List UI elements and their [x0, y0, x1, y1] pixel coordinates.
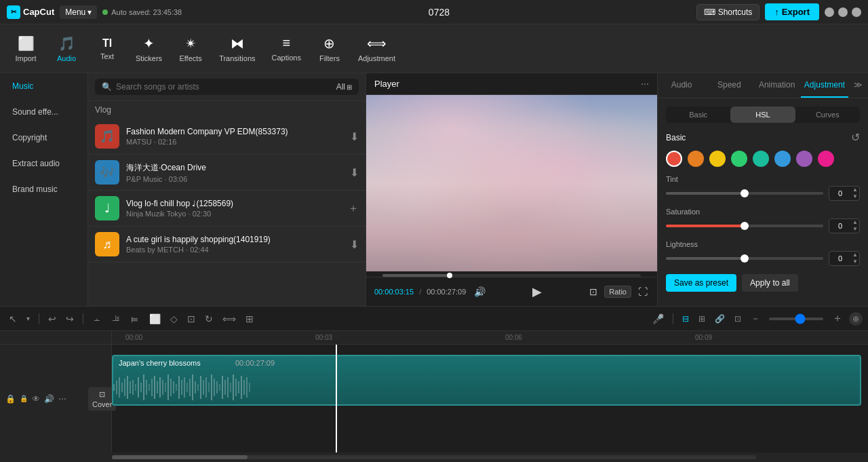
download-icon-4[interactable]: ⬇ — [350, 238, 359, 251]
shortcuts-button[interactable]: ⌨ Shortcuts — [696, 4, 760, 20]
tool-import[interactable]: ⬜ Import — [7, 31, 45, 66]
fullscreen-button[interactable]: ⛶ — [637, 285, 649, 299]
redo-button[interactable]: ↪ — [62, 311, 77, 326]
lightness-slider-track[interactable] — [666, 257, 823, 260]
maximize-button[interactable] — [838, 7, 848, 17]
save-preset-button[interactable]: Save as preset — [666, 274, 736, 292]
tool-stickers[interactable]: ✦ Stickers — [129, 31, 169, 66]
tint-slider-track[interactable] — [666, 192, 823, 195]
section-title: Basic ↺ — [666, 131, 860, 144]
tool-audio[interactable]: 🎵 Audio — [47, 31, 85, 66]
undo-button[interactable]: ↩ — [45, 311, 60, 326]
saturation-slider-thumb[interactable] — [741, 222, 749, 230]
tool-captions[interactable]: ≡ Captions — [265, 31, 308, 66]
lightness-increment[interactable]: ▲ — [851, 252, 859, 258]
music-title-3: Vlog lo-fi chill hop ♩(1258569) — [126, 199, 341, 208]
rotate-button[interactable]: ↻ — [201, 311, 216, 326]
select-tool-button[interactable]: ↖ — [5, 311, 20, 326]
list-item[interactable]: 🎵 Fashion Modern Company VP EDM(853373) … — [88, 119, 366, 155]
tab-speed[interactable]: Speed — [705, 73, 753, 98]
track-visibility-button[interactable]: 👁 — [32, 394, 40, 404]
split-left-button[interactable]: ⫢ — [127, 311, 143, 326]
timeline-scrollbar-thumb[interactable] — [112, 455, 248, 459]
auto-reframe-button[interactable]: ⊞ — [695, 312, 709, 326]
swatch-red[interactable] — [666, 151, 682, 167]
track-lock2-button[interactable]: 🔒 — [20, 395, 28, 402]
fit-timeline-button[interactable]: ⊕ — [849, 312, 863, 326]
zoom-slider[interactable] — [769, 317, 823, 320]
add-icon-3[interactable]: ＋ — [348, 201, 359, 216]
sidebar-item-brand-music[interactable]: Brand music — [3, 178, 85, 201]
collapse-panel-button[interactable]: ≫ — [848, 73, 868, 98]
swatch-pink[interactable] — [818, 151, 834, 167]
saturation-increment[interactable]: ▲ — [851, 219, 859, 226]
reset-button[interactable]: ↺ — [851, 131, 860, 144]
zoom-in-button[interactable]: ＋ — [829, 309, 846, 328]
swatch-blue[interactable] — [774, 151, 791, 167]
fit-screen-button[interactable]: ⊡ — [588, 285, 599, 299]
lightness-slider-thumb[interactable] — [741, 254, 749, 263]
subtab-hsl[interactable]: HSL — [730, 107, 795, 123]
transform-button[interactable]: ⊞ — [242, 311, 257, 326]
main-track-button[interactable]: ⊟ — [679, 312, 692, 326]
list-item[interactable]: 🎶 海洋大道·Ocean Drive P&P Music · 03:06 ⬇ — [88, 155, 366, 191]
zoom-out-button[interactable]: － — [747, 311, 764, 327]
track-volume-button[interactable]: 🔊 — [44, 394, 54, 404]
play-button[interactable]: ▶ — [531, 283, 543, 301]
saturation-slider-track[interactable] — [666, 225, 823, 227]
tool-transitions[interactable]: ⧓ Transitions — [212, 31, 262, 66]
list-item[interactable]: ♬ A cute girl is happily shopping(140191… — [88, 227, 366, 263]
timeline-indicator[interactable] — [382, 274, 641, 277]
tint-decrement[interactable]: ▼ — [851, 193, 859, 200]
list-item[interactable]: ♩ Vlog lo-fi chill hop ♩(1258569) Ninja … — [88, 191, 366, 227]
minimize-button[interactable] — [825, 7, 834, 17]
tab-adjustment[interactable]: Adjustment — [801, 73, 848, 98]
tool-adjustment[interactable]: ⟺ Adjustment — [351, 31, 402, 66]
export-button[interactable]: ↑ Export — [765, 3, 819, 20]
subtab-basic[interactable]: Basic — [666, 107, 730, 123]
flip-button[interactable]: ⟺ — [219, 311, 239, 326]
tool-text[interactable]: TI Text — [88, 33, 126, 64]
track-more-button[interactable]: ⋯ — [58, 394, 66, 404]
download-icon-1[interactable]: ⬇ — [350, 130, 359, 143]
sidebar-item-extract-audio[interactable]: Extract audio — [3, 152, 85, 175]
tool-filters[interactable]: ⊕ Filters — [311, 31, 349, 66]
swatch-purple[interactable] — [796, 151, 812, 167]
split-button[interactable]: ⫠ — [89, 311, 105, 326]
tool-filters-label: Filters — [319, 54, 340, 62]
search-input[interactable] — [116, 82, 332, 92]
freeze-button[interactable]: ◇ — [167, 311, 181, 326]
sidebar-item-copyright[interactable]: Copyright — [3, 126, 85, 149]
tint-increment[interactable]: ▲ — [851, 187, 859, 193]
swatch-orange[interactable] — [688, 151, 704, 167]
subtab-curves[interactable]: Curves — [795, 107, 860, 123]
sidebar-item-sound-effects[interactable]: Sound effe... — [3, 100, 85, 123]
crop-button[interactable]: ⊡ — [184, 311, 199, 326]
tab-animation[interactable]: Animation — [753, 73, 801, 98]
menu-button[interactable]: Menu ▾ — [60, 5, 97, 19]
player-menu-icon[interactable]: ⋯ — [641, 79, 649, 89]
music-info-3: Vlog lo-fi chill hop ♩(1258569) Ninja Mu… — [126, 199, 341, 218]
track-lock-button[interactable]: 🔒 — [5, 394, 16, 404]
swatch-yellow[interactable] — [709, 151, 726, 167]
apply-all-button[interactable]: Apply to all — [742, 274, 798, 292]
tool-effects[interactable]: ✴ Effects — [172, 31, 210, 66]
tint-slider-thumb[interactable] — [741, 189, 749, 197]
tab-audio[interactable]: Audio — [658, 73, 705, 98]
close-button[interactable] — [852, 7, 861, 17]
link-button[interactable]: 🔗 — [711, 312, 728, 326]
record-button[interactable]: 🎤 — [649, 311, 667, 326]
split-right-button[interactable]: ⫡ — [108, 311, 124, 326]
download-icon-2[interactable]: ⬇ — [350, 166, 359, 179]
lightness-decrement[interactable]: ▼ — [851, 258, 859, 265]
sidebar-item-music[interactable]: Music — [3, 75, 85, 98]
saturation-decrement[interactable]: ▼ — [851, 226, 859, 233]
ratio-button[interactable]: Ratio — [604, 286, 631, 298]
delete-button[interactable]: ⬜ — [146, 311, 164, 326]
select-dropdown-button[interactable]: ▾ — [23, 313, 33, 324]
track-clip[interactable]: Japan's cherry blossoms 00:00:27:09 — [112, 355, 861, 406]
picture-in-picture-button[interactable]: ⊡ — [731, 312, 745, 326]
swatch-green[interactable] — [731, 151, 747, 167]
swatch-teal[interactable] — [753, 151, 769, 167]
all-filter-button[interactable]: All ⊞ — [336, 82, 352, 92]
